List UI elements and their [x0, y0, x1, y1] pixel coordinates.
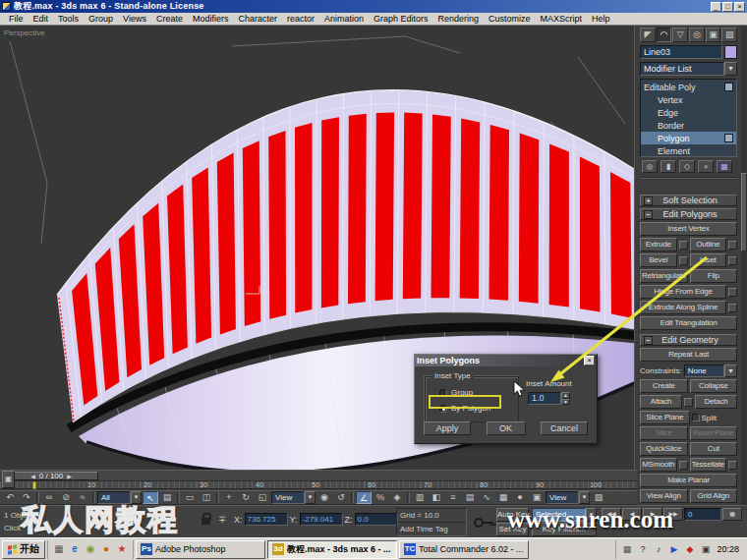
- taskbar-task-ps[interactable]: PsAdobe Photoshop: [136, 540, 265, 559]
- editgeo-tessellate-button[interactable]: Tessellate: [690, 458, 727, 472]
- chevron-down-icon[interactable]: ▼: [579, 491, 590, 504]
- stack-item-editable-poly[interactable]: Editable Poly: [641, 81, 736, 93]
- editgeo-repeat-last-button[interactable]: Repeat Last: [640, 348, 737, 362]
- tray-icon-6[interactable]: ▣: [699, 543, 712, 556]
- editpoly-extrude-button[interactable]: Extrude: [640, 238, 677, 252]
- snap-toggle-icon[interactable]: ∠: [356, 491, 372, 504]
- inset-amount-field[interactable]: 1.0: [528, 392, 561, 405]
- bevel-settings-icon[interactable]: [679, 256, 688, 265]
- cancel-button[interactable]: Cancel: [541, 421, 588, 435]
- rollout-edit-geometry[interactable]: −Edit Geometry: [640, 334, 737, 346]
- apply-button[interactable]: Apply: [424, 421, 471, 435]
- set-key-button[interactable]: Set Key: [496, 523, 529, 536]
- make-unique-icon[interactable]: ◇: [679, 160, 695, 173]
- stack-item-element[interactable]: Element: [641, 144, 736, 157]
- stack-item-toggle[interactable]: [724, 83, 733, 91]
- go-to-start-button[interactable]: ◀◀: [602, 508, 621, 521]
- align-icon[interactable]: ≡: [445, 491, 461, 504]
- editgeo-cut-button[interactable]: Cut: [690, 442, 738, 456]
- chevron-down-icon[interactable]: ▼: [131, 491, 142, 504]
- time-configuration-button[interactable]: ▦: [722, 508, 742, 521]
- unlink-selection-icon[interactable]: ⊘: [58, 491, 74, 504]
- editpoly-bevel-button[interactable]: Bevel: [640, 253, 677, 267]
- set-keys-icon[interactable]: [474, 518, 493, 527]
- key-mode-dropdown[interactable]: Selected ▼: [532, 508, 597, 522]
- quick-launch-icon-5[interactable]: ★: [115, 542, 129, 556]
- close-button[interactable]: ×: [734, 2, 745, 12]
- window-crossing-icon[interactable]: ◫: [199, 491, 214, 504]
- chevron-down-icon[interactable]: ▼: [724, 364, 737, 377]
- go-to-end-button[interactable]: ▶▶: [663, 508, 683, 521]
- display-tab[interactable]: ▣: [706, 28, 721, 42]
- menu-group[interactable]: Group: [84, 14, 118, 24]
- schematic-view-icon[interactable]: ▦: [495, 491, 511, 504]
- selection-filter-dropdown[interactable]: All▼: [97, 491, 142, 504]
- maximize-button[interactable]: □: [722, 2, 733, 12]
- menu-help[interactable]: Help: [587, 14, 615, 24]
- select-and-scale-icon[interactable]: ◱: [255, 491, 270, 504]
- tray-icon-1[interactable]: ▦: [620, 543, 633, 556]
- tessellate-settings-icon[interactable]: [728, 461, 737, 470]
- curve-editor-icon[interactable]: ∿: [479, 491, 494, 504]
- selection-lock-icon[interactable]: [201, 518, 210, 525]
- hinge-from-edge-settings-icon[interactable]: [728, 288, 737, 297]
- next-frame-icon[interactable]: ▶: [67, 473, 72, 479]
- current-frame-field[interactable]: 0: [684, 508, 721, 521]
- spinner-snap-icon[interactable]: ◈: [389, 491, 405, 504]
- msmooth-settings-icon[interactable]: [679, 461, 688, 470]
- named-selection-sets-icon[interactable]: ▥: [412, 491, 428, 504]
- menu-modifiers[interactable]: Modifiers: [188, 14, 234, 24]
- editgeo-view-align-button[interactable]: View Align: [640, 489, 688, 503]
- menu-character[interactable]: Character: [233, 14, 282, 24]
- time-slider-handle[interactable]: ◀ 0 / 100 ▶: [4, 472, 98, 480]
- menu-animation[interactable]: Animation: [319, 14, 369, 24]
- play-button[interactable]: ▶: [643, 508, 662, 521]
- stack-item-toggle[interactable]: [724, 134, 733, 142]
- menu-views[interactable]: Views: [118, 14, 151, 24]
- editpoly-hinge-from-edge-button[interactable]: Hinge From Edge: [640, 285, 726, 299]
- quick-launch-icon-3[interactable]: ◉: [84, 542, 97, 556]
- remove-modifier-icon[interactable]: ×: [698, 160, 714, 173]
- z-coordinate-field[interactable]: 0.0: [355, 513, 398, 526]
- time-slider[interactable]: ◀ 0 / 100 ▶: [0, 470, 637, 481]
- stack-item-polygon[interactable]: Polygon: [641, 132, 736, 144]
- editpoly-extrude-along-spline-button[interactable]: Extrude Along Spline: [640, 301, 726, 314]
- select-and-move-icon[interactable]: +: [221, 491, 237, 504]
- current-frame-marker[interactable]: [32, 481, 36, 489]
- tray-antivirus-icon[interactable]: ◆: [683, 543, 696, 556]
- editgeo-detach-button[interactable]: Detach: [695, 395, 737, 409]
- dialog-title-bar[interactable]: Inset Polygons ×: [415, 355, 597, 366]
- utilities-tab[interactable]: ▨: [721, 28, 737, 42]
- quick-render-icon[interactable]: ▨: [591, 491, 606, 504]
- menu-reactor[interactable]: reactor: [282, 14, 319, 24]
- menu-tools[interactable]: Tools: [53, 14, 84, 24]
- bind-to-space-warp-icon[interactable]: ≈: [75, 491, 90, 504]
- constraints-dropdown[interactable]: None▼: [684, 364, 737, 377]
- editpoly-outline-button[interactable]: Outline: [690, 238, 727, 252]
- split-checkbox[interactable]: [692, 414, 700, 421]
- menu-create[interactable]: Create: [151, 14, 188, 24]
- inset-settings-icon[interactable]: [728, 256, 737, 265]
- rollout-edit-polygons[interactable]: −Edit Polygons: [640, 208, 737, 220]
- editpoly-edit-triangulation-button[interactable]: Edit Triangulation: [640, 316, 737, 330]
- x-coordinate-field[interactable]: 736.725: [245, 513, 288, 526]
- mini-trackbar-icon[interactable]: ▣: [2, 471, 15, 488]
- select-object-icon[interactable]: ↖: [143, 491, 158, 504]
- tray-player-icon[interactable]: ▶: [667, 543, 680, 556]
- redo-icon[interactable]: ↷: [19, 491, 34, 504]
- render-scene-icon[interactable]: ▣: [529, 491, 545, 504]
- editpoly-retriangulate-button[interactable]: Retriangulate: [640, 269, 688, 283]
- menu-graph-editors[interactable]: Graph Editors: [369, 14, 433, 24]
- expand-icon[interactable]: +: [644, 196, 653, 205]
- editgeo-grid-align-button[interactable]: Grid Align: [690, 489, 738, 503]
- previous-frame-icon[interactable]: ◀: [30, 473, 35, 479]
- taskbar-task-tc[interactable]: TCTotal Commander 6.02 - ...: [399, 540, 529, 559]
- ok-button[interactable]: OK: [487, 421, 526, 435]
- editpoly-inset-button[interactable]: Inset: [690, 253, 727, 267]
- selection-region-icon[interactable]: ▭: [182, 491, 198, 504]
- render-type-dropdown[interactable]: View▼: [546, 491, 590, 504]
- minimize-button[interactable]: _: [711, 2, 721, 12]
- configure-modifier-sets-icon[interactable]: ▦: [717, 160, 732, 173]
- modify-tab[interactable]: ◠: [657, 28, 672, 42]
- attach-settings-icon[interactable]: [684, 398, 693, 407]
